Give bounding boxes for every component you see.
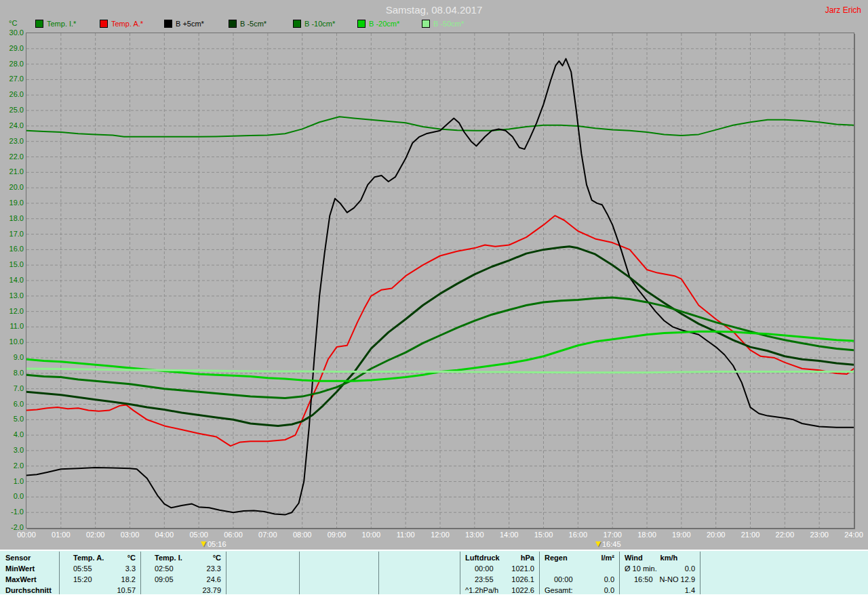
luftdruck-start-time: 00:00 [475, 563, 494, 574]
panel-separator [226, 552, 226, 595]
wind-unit: km/h [660, 552, 678, 563]
y-tick-label: 28.0 [1, 60, 24, 68]
stats-group-wind: Wind km/h Ø 10 min. 0.0 16:50 N-NO 12.9 … [622, 552, 698, 596]
luftdruck-end-time: 23:55 [475, 574, 494, 585]
y-tick-label: 5.0 [1, 415, 24, 423]
temp-a-header: Temp. A. [73, 552, 104, 563]
x-tick-label: 18:00 [633, 531, 661, 539]
x-tick-label: 13:00 [460, 531, 489, 539]
legend-swatch-icon [100, 20, 108, 28]
legend-label: Temp. A.* [111, 20, 143, 28]
legend-label: B -10cm* [304, 20, 335, 28]
y-tick-label: -1.0 [1, 508, 24, 516]
x-tick-label: 09:00 [323, 531, 351, 539]
app-window: Samstag, 08.04.2017 Jarz Erich °C Temp. … [0, 0, 868, 597]
panel-separator [619, 552, 620, 595]
panel-separator [700, 552, 701, 595]
y-tick-label: 30.0 [1, 28, 24, 37]
sunset-marker: 16:45 [595, 540, 621, 548]
y-tick-label: 18.0 [1, 214, 24, 222]
regen-unit: l/m² [601, 552, 614, 563]
y-tick-label: 11.0 [1, 322, 24, 330]
y-tick-label: 17.0 [1, 230, 24, 238]
x-tick-label: 00:00 [12, 531, 41, 539]
legend-swatch-icon [293, 20, 301, 28]
legend-item-temp_i: Temp. I.* [35, 20, 100, 28]
regen-time: 00:00 [554, 574, 573, 585]
y-axis-unit-label: °C [9, 19, 17, 27]
legend-label: B +5cm* [176, 20, 204, 28]
wind-avg10-value: 0.0 [685, 563, 695, 574]
y-tick-label: 3.0 [1, 446, 24, 454]
temp-a-min-time: 05:55 [73, 563, 92, 574]
y-tick-label: 24.0 [1, 121, 24, 129]
panel-separator [460, 552, 460, 595]
x-tick-label: 08:00 [288, 531, 317, 539]
x-tick-label: 24:00 [840, 531, 868, 539]
sunrise-time: 05:16 [208, 540, 226, 548]
legend-swatch-icon [422, 20, 430, 28]
x-tick-label: 03:00 [116, 531, 144, 539]
temp-i-min-time: 02:50 [155, 563, 174, 574]
y-tick-label: 20.0 [1, 183, 24, 191]
x-tick-label: 19:00 [667, 531, 696, 539]
y-tick-label: 4.0 [1, 430, 24, 438]
temp-i-header: Temp. I. [155, 552, 182, 563]
x-tick-label: 15:00 [530, 531, 558, 539]
legend-swatch-icon [229, 20, 237, 28]
x-tick-label: 20:00 [702, 531, 730, 539]
panel-separator [59, 552, 60, 595]
sunset-time: 16:45 [602, 540, 621, 548]
x-tick-label: 02:00 [81, 531, 110, 539]
legend-swatch-icon [357, 20, 366, 28]
x-tick-label: 14:00 [495, 531, 524, 539]
wind-avg10-label: Ø 10 min. [625, 563, 657, 574]
x-tick-label: 12:00 [426, 531, 454, 539]
x-tick-label: 04:00 [150, 531, 178, 539]
y-tick-label: 27.0 [1, 75, 24, 83]
panel-separator [539, 552, 540, 595]
y-tick-label: 9.0 [1, 353, 24, 361]
bottom-strip [0, 594, 868, 597]
temp-a-min: 3.3 [125, 563, 136, 574]
y-tick-label: 14.0 [1, 276, 24, 284]
chart-svg [26, 33, 854, 528]
y-tick-label: 26.0 [1, 90, 24, 98]
legend-item-b_m10: B -10cm* [293, 20, 357, 28]
legend-item-b_m50: B -50cm* [422, 20, 486, 28]
stats-label-sensor: Sensor [3, 552, 57, 563]
stats-group-temp-i: Temp. I. °C 02:50 23.3 09:05 24.6 23.79 [142, 552, 224, 596]
y-tick-label: 13.0 [1, 291, 24, 300]
x-tick-label: 23:00 [805, 531, 833, 539]
temp-i-unit: °C [213, 552, 221, 563]
sunrise-marker: 05:16 [201, 540, 226, 548]
author-label: Jarz Erich [825, 5, 861, 15]
plot-area [26, 33, 854, 529]
x-tick-label: 10:00 [357, 531, 385, 539]
temp-a-max: 18.2 [121, 574, 136, 585]
stats-group-luftdruck: Luftdruck hPa 00:00 1021.0 23:55 1026.1 … [462, 552, 537, 596]
stats-group-temp-a: Temp. A. °C 05:55 3.3 15:20 18.2 10.57 [61, 552, 138, 596]
luftdruck-header: Luftdruck [465, 552, 500, 563]
x-tick-label: 07:00 [254, 531, 282, 539]
luftdruck-unit: hPa [521, 552, 534, 563]
y-tick-label: 21.0 [1, 167, 24, 176]
y-tick-label: 8.0 [1, 369, 24, 377]
temp-a-max-time: 15:20 [73, 574, 92, 585]
y-tick-label: 19.0 [1, 199, 24, 207]
wind-max-value: N-NO 12.9 [659, 574, 695, 585]
y-tick-label: 29.0 [1, 44, 24, 52]
y-tick-label: 15.0 [1, 260, 24, 268]
legend-item-temp_a: Temp. A.* [100, 20, 164, 28]
y-tick-label: 1.0 [1, 477, 24, 485]
y-tick-label: 0.0 [1, 492, 24, 500]
panel-separator [378, 552, 379, 595]
sunrise-icon [201, 541, 206, 547]
y-tick-label: 22.0 [1, 152, 24, 161]
panel-separator [140, 552, 141, 595]
y-tick-label: 12.0 [1, 307, 24, 315]
legend-item-b_m20: B -20cm* [357, 20, 422, 28]
luftdruck-start-value: 1021.0 [511, 563, 534, 574]
x-tick-label: 17:00 [598, 531, 627, 539]
x-tick-label: 01:00 [47, 531, 75, 539]
